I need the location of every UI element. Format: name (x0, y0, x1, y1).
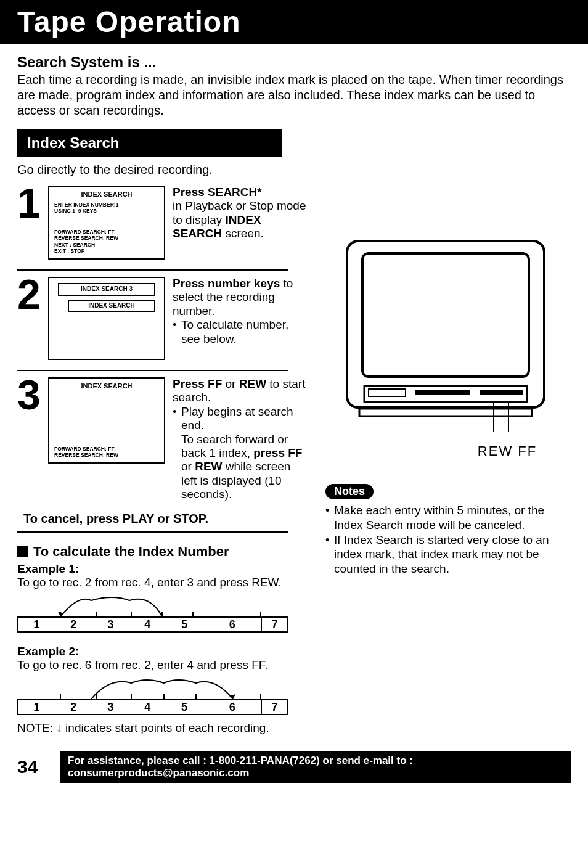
plain-text: screen. (226, 227, 264, 240)
section-title: Index Search (17, 129, 282, 157)
cell: 5 (166, 618, 203, 631)
assistance-bar: For assistance, please call : 1-800-211-… (60, 751, 571, 783)
right-column: REW FF Notes • Make each entry within 5 … (307, 186, 566, 576)
note-item: • If Index Search is started very close … (325, 533, 566, 576)
note-item: • Make each entry within 5 minutes, or t… (325, 503, 566, 533)
calc-note: NOTE: ↓ indicates start points of each r… (17, 721, 307, 735)
numberline-2: 1 2 3 4 5 6 7 (17, 676, 288, 715)
osd-title-boxed: INDEX SEARCH 3 (58, 283, 155, 296)
manual-page: Tape Operation Search System is ... Each… (0, 0, 588, 795)
intro-block: Search System is ... Each time a recordi… (17, 54, 571, 118)
step-2: 2 INDEX SEARCH 3 INDEX SEARCH Press numb… (17, 277, 307, 360)
osd-screen-2: INDEX SEARCH 3 INDEX SEARCH (48, 277, 165, 360)
bullet-text-group: Play begins at search end. To search for… (181, 405, 307, 502)
step-3: 3 INDEX SEARCH FORWARD SEARCH: FF REVERS… (17, 377, 307, 502)
osd-line: ENTER INDEX NUMBER:1 (54, 202, 159, 208)
bold-text: REW (195, 460, 222, 473)
osd-title: INDEX SEARCH (54, 382, 159, 391)
cell: 1 (18, 618, 55, 631)
example2-desc: To go to rec. 6 from rec. 2, enter 4 and… (17, 658, 307, 672)
example2-label: Example 2: (17, 645, 307, 658)
cell: 3 (92, 618, 129, 631)
cell: 4 (129, 700, 166, 714)
bold-text: REW (235, 377, 266, 390)
osd-screen-1: INDEX SEARCH ENTER INDEX NUMBER:1 USING … (48, 186, 165, 260)
bullet-text: Play begins at search end. (181, 405, 293, 432)
step-instruction: Press number keys to select the recordin… (173, 277, 307, 346)
svg-rect-17 (480, 390, 523, 395)
cell: 7 (262, 700, 287, 714)
plain-text: or (226, 377, 236, 390)
page-number: 34 (17, 756, 60, 777)
step-number: 2 (17, 277, 48, 313)
note-text: If Index Search is started very close to… (334, 533, 566, 576)
plain-text: or (181, 460, 195, 473)
divider (17, 370, 288, 371)
step-number: 3 (17, 377, 48, 413)
osd-line: NEXT : SEARCH (54, 242, 159, 248)
calc-heading-text: To calculate the Index Number (33, 544, 229, 560)
calc-heading: To calculate the Index Number (17, 544, 307, 560)
notes-list: • Make each entry within 5 minutes, or t… (325, 503, 566, 576)
cancel-instruction: To cancel, press PLAY or STOP. (23, 512, 307, 526)
cell: 7 (262, 618, 287, 631)
example1-label: Example 1: (17, 562, 307, 576)
bullet-text: To calculate number, see below. (181, 318, 307, 346)
step-instruction: Press FF or REW to start search. • Play … (173, 377, 307, 502)
bold-text: Press SEARCH* (173, 186, 262, 199)
bullet-icon: • (325, 503, 334, 533)
cell: 2 (55, 700, 92, 714)
cell: 3 (92, 700, 129, 714)
bullet-icon: • (325, 533, 334, 576)
cell: 4 (129, 618, 166, 631)
example1-desc: To go to rec. 2 from rec. 4, enter 3 and… (17, 576, 307, 589)
bold-text: press FF (253, 446, 302, 459)
page-title: Tape Operation (17, 5, 241, 39)
rew-ff-label: REW FF (325, 443, 566, 459)
divider (17, 269, 288, 271)
note-text: Make each entry within 5 minutes, or the… (334, 503, 566, 533)
svg-rect-13 (362, 253, 529, 377)
numberline-cells: 1 2 3 4 5 6 7 (17, 699, 288, 715)
bold-text: Press number keys (173, 277, 280, 290)
osd-line: REVERSE SEARCH: REW (54, 452, 159, 459)
numberline-cells: 1 2 3 4 5 6 7 (17, 616, 288, 633)
left-column: 1 INDEX SEARCH ENTER INDEX NUMBER:1 USIN… (17, 186, 307, 735)
osd-line: REVERSE SEARCH: REW (54, 235, 159, 242)
numberline-1: 1 2 3 4 5 6 7 (17, 593, 288, 633)
cell: 1 (18, 700, 55, 714)
intro-body: Each time a recording is made, an invisi… (17, 72, 571, 118)
cell: 6 (203, 618, 262, 631)
two-column-layout: 1 INDEX SEARCH ENTER INDEX NUMBER:1 USIN… (17, 186, 571, 735)
svg-rect-16 (415, 390, 470, 395)
numberline-arcs (17, 676, 288, 700)
intro-heading: Search System is ... (17, 54, 571, 71)
svg-rect-18 (359, 409, 532, 416)
square-bullet-icon (17, 546, 28, 557)
step-1: 1 INDEX SEARCH ENTER INDEX NUMBER:1 USIN… (17, 186, 307, 260)
divider-thick (17, 531, 288, 533)
tv-illustration: REW FF (325, 235, 566, 459)
svg-rect-15 (369, 389, 406, 396)
bullet-icon: • (173, 405, 181, 502)
cell: 2 (55, 618, 92, 631)
osd-screen-3: INDEX SEARCH FORWARD SEARCH: FF REVERSE … (48, 377, 165, 464)
osd-inner-box: INDEX SEARCH (68, 300, 155, 313)
notes-pill: Notes (325, 484, 374, 499)
cell: 6 (203, 700, 262, 714)
bold-text: Press FF (173, 377, 226, 390)
osd-line: USING 1–9 KEYS (54, 208, 159, 215)
section-intro: Go directly to the desired recording. (17, 163, 571, 177)
osd-line: FORWARD SEARCH: FF (54, 446, 159, 452)
bullet-icon: • (173, 318, 181, 346)
step-number: 1 (17, 186, 48, 221)
svg-rect-12 (347, 241, 544, 407)
footer: 34 For assistance, please call : 1-800-2… (0, 742, 588, 795)
step-instruction: Press SEARCH* in Playback or Stop mode t… (173, 186, 307, 241)
numberline-arcs (17, 593, 288, 618)
cell: 5 (166, 700, 203, 714)
osd-line: EXIT : STOP (54, 248, 159, 255)
title-bar: Tape Operation (0, 0, 588, 44)
tv-icon (335, 235, 557, 438)
osd-line: FORWARD SEARCH: FF (54, 229, 159, 235)
